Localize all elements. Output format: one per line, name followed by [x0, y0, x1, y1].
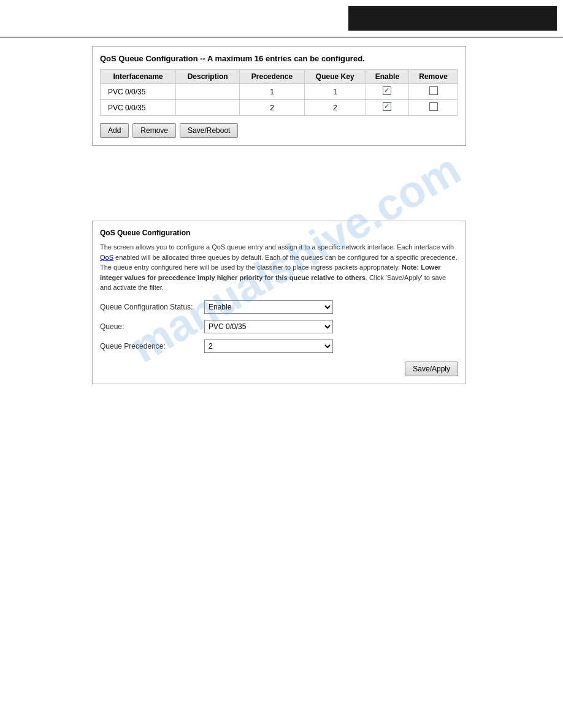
row1-enable-checkbox[interactable] [383, 86, 391, 95]
row2-queue-key: 2 [304, 100, 366, 116]
row2-description [176, 100, 240, 116]
col-header-queue-key: Queue Key [304, 70, 366, 84]
status-row: Queue Configuration Status: Enable Disab… [100, 300, 458, 314]
col-header-enable: Enable [366, 70, 409, 84]
remove-button[interactable]: Remove [132, 123, 176, 138]
row1-remove[interactable] [409, 84, 458, 100]
queue-row: Queue: PVC 0/0/35 [100, 320, 458, 333]
qos-link[interactable]: QoS [100, 254, 113, 261]
apply-row: Save/Apply [100, 362, 458, 376]
row2-remove[interactable] [409, 100, 458, 116]
top-panel: QoS Queue Configuration -- A maximum 16 … [92, 46, 466, 146]
top-panel-buttons: Add Remove Save/Reboot [100, 123, 458, 138]
note-bold: Note: Lower integer values for precedenc… [100, 264, 441, 281]
bottom-panel-title: QoS Queue Configuration [100, 229, 458, 237]
col-header-interfacename: Interfacename [101, 70, 176, 84]
status-select[interactable]: Enable Disable [204, 300, 333, 314]
row2-enable[interactable] [366, 100, 409, 116]
row2-remove-checkbox[interactable] [429, 102, 438, 111]
queue-select[interactable]: PVC 0/0/35 [204, 320, 333, 333]
table-row: PVC 0/0/35 2 2 [101, 100, 458, 116]
row2-enable-checkbox[interactable] [383, 102, 391, 111]
row1-queue-key: 1 [304, 84, 366, 100]
top-panel-title: QoS Queue Configuration -- A maximum 16 … [100, 54, 458, 63]
description-text: The screen allows you to configure a QoS… [100, 242, 458, 293]
precedence-row: Queue Precedence: 1 2 3 4 [100, 339, 458, 353]
precedence-select[interactable]: 1 2 3 4 [204, 339, 333, 353]
row1-remove-checkbox[interactable] [429, 86, 438, 95]
row2-precedence: 2 [240, 100, 305, 116]
row2-interfacename: PVC 0/0/35 [101, 100, 176, 116]
header-bar [348, 6, 557, 31]
table-row: PVC 0/0/35 1 1 [101, 84, 458, 100]
save-reboot-button[interactable]: Save/Reboot [180, 123, 238, 138]
col-header-precedence: Precedence [240, 70, 305, 84]
save-apply-button[interactable]: Save/Apply [405, 362, 458, 376]
add-button[interactable]: Add [100, 123, 129, 138]
bottom-panel: QoS Queue Configuration The screen allow… [92, 221, 466, 384]
config-table: Interfacename Description Precedence Que… [100, 69, 458, 116]
row1-enable[interactable] [366, 84, 409, 100]
col-header-description: Description [176, 70, 240, 84]
status-label: Queue Configuration Status: [100, 303, 204, 311]
col-header-remove: Remove [409, 70, 458, 84]
precedence-label: Queue Precedence: [100, 342, 204, 351]
row1-description [176, 84, 240, 100]
row1-precedence: 1 [240, 84, 305, 100]
row1-interfacename: PVC 0/0/35 [101, 84, 176, 100]
page-divider [0, 37, 563, 38]
queue-label: Queue: [100, 322, 204, 331]
